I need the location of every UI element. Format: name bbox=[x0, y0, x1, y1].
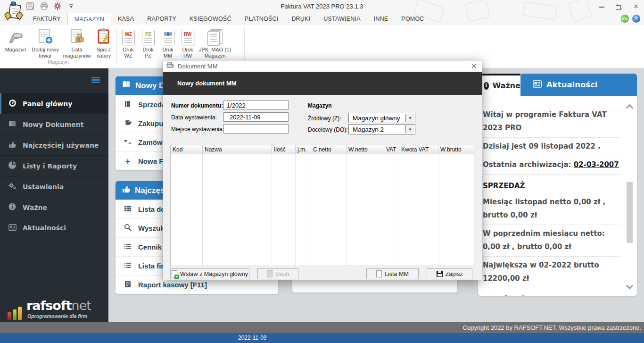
book-icon bbox=[123, 100, 132, 109]
table-header-row[interactable]: Kod Nazwa Ilość j.m. C.netto W.netto VAT… bbox=[171, 145, 474, 154]
column-header-kwota-vat: Kwota VAT bbox=[399, 145, 438, 154]
zrodlowy-select[interactable]: Magazyn główny ▼ bbox=[348, 113, 415, 123]
ribbon-item-druk-mm[interactable]: MM DrukMM bbox=[158, 27, 177, 59]
info-line: Ostatnia archiwizacja: 02-03-2007 bbox=[483, 156, 620, 175]
ribbon-item-druk-wz[interactable]: WZ DrukWZ bbox=[119, 27, 138, 59]
ribbon-separator bbox=[116, 27, 117, 64]
column-header-cnetto: C.netto bbox=[311, 145, 347, 154]
archive-date-link[interactable]: 02-03-2007 bbox=[574, 160, 619, 169]
chevron-down-icon[interactable]: ▼ bbox=[405, 125, 414, 134]
ribbon-item-druk-rw[interactable]: RW DrukRW bbox=[178, 27, 197, 59]
sidebar-item-label: Aktualności bbox=[23, 224, 66, 232]
tab-wazne[interactable]: i Ważne bbox=[478, 74, 520, 96]
sidebar-item-aktualnosci[interactable]: Aktualności bbox=[0, 218, 108, 238]
sidebar-item-label: Ważne bbox=[23, 204, 47, 211]
close-window-button[interactable]: × bbox=[631, 3, 641, 10]
sidebar-item-wazne[interactable]: Ważne bbox=[0, 197, 108, 218]
pie-chart-icon bbox=[8, 161, 17, 170]
wazne-panel-text: Witaj w programie Faktura VAT 2023 PRO D… bbox=[483, 106, 620, 296]
hamburger-menu-icon[interactable] bbox=[91, 77, 100, 83]
table-body-empty[interactable] bbox=[171, 154, 474, 266]
info-icon: i bbox=[484, 82, 489, 90]
panel-scrollbar[interactable] bbox=[626, 102, 634, 289]
lista-mm-button[interactable]: Lista MM bbox=[366, 268, 419, 279]
logo-bars-icon bbox=[8, 307, 22, 320]
sidebar-item-najczesciej-uzywane[interactable]: Najczęściej używane bbox=[0, 134, 108, 155]
list-icon bbox=[123, 243, 132, 251]
tab-faktury[interactable]: FAKTURY bbox=[26, 13, 67, 25]
zapisz-button[interactable]: Zapisz bbox=[427, 268, 472, 279]
newspaper-icon bbox=[533, 80, 542, 90]
column-header-kod: Kod bbox=[171, 145, 203, 154]
save-floppy-icon bbox=[437, 271, 443, 277]
close-icon[interactable]: ✕ bbox=[471, 62, 477, 71]
docelowy-select[interactable]: Magazyn 2 ▼ bbox=[348, 124, 415, 134]
ribbon-item-spis-z-natury[interactable]: Spis znatury bbox=[91, 27, 116, 59]
print-icon[interactable] bbox=[39, 2, 49, 10]
miejsce-wystawienia-label: Miejsce wystawienia: bbox=[171, 126, 224, 133]
window-controls: × bbox=[597, 3, 641, 10]
ribbon-item-lista-magazynow[interactable]: Listamagazynów bbox=[62, 27, 92, 59]
status-bar: 2022-11-09 bbox=[0, 333, 644, 343]
tab-pomoc[interactable]: POMOC bbox=[395, 13, 430, 25]
ribbon-item-druk-pz[interactable]: PZ DrukPZ bbox=[139, 27, 157, 59]
miejsce-wystawienia-input[interactable] bbox=[223, 124, 289, 134]
usun-button[interactable]: Usuń bbox=[257, 268, 298, 279]
ribbon-item-jpk-mag[interactable]: JPK_MAG (1)Magazyn bbox=[198, 27, 232, 59]
logo-brand-bold: rafsoft bbox=[26, 298, 72, 313]
dialog-titlebar[interactable]: Dokument MM ✕ bbox=[163, 60, 482, 72]
copyright-bar: Copyright 2022 by RAFSOFT.NET. Wszystkie… bbox=[0, 322, 644, 333]
tab-inne[interactable]: INNE bbox=[367, 13, 395, 25]
tab-ksiegowosc[interactable]: KSIĘGOWOŚĆ bbox=[183, 13, 238, 25]
items-table: Kod Nazwa Ilość j.m. C.netto W.netto VAT… bbox=[170, 145, 474, 266]
wstaw-z-magazynu-button[interactable]: Wstaw z Magazyn główny bbox=[170, 268, 249, 279]
barcode-scanner-icon bbox=[2, 27, 29, 45]
ribbon-separator bbox=[244, 27, 245, 64]
tab-ustawienia[interactable]: USTAWIENIA bbox=[317, 13, 367, 25]
tab-kasa[interactable]: KASA bbox=[111, 13, 140, 25]
chevron-down-icon[interactable]: ▼ bbox=[405, 114, 414, 122]
app-logo-icon[interactable] bbox=[3, 1, 25, 25]
tab-druki[interactable]: DRUKI bbox=[285, 13, 317, 25]
data-wystawienia-input[interactable] bbox=[223, 112, 289, 122]
customize-toolbar-icon[interactable] bbox=[66, 2, 76, 10]
book-icon bbox=[122, 81, 131, 91]
delete-doc-icon bbox=[267, 270, 272, 277]
settings-gear-icon[interactable] bbox=[53, 2, 62, 10]
minimize-button[interactable] bbox=[597, 3, 607, 10]
sidebar-item-listy-i-raporty[interactable]: Listy i Raporty bbox=[0, 155, 108, 176]
info-line: Miesiąc listopad netto 0,00 zł , brutto … bbox=[483, 193, 620, 225]
newspaper-icon bbox=[8, 224, 17, 232]
logo-tagline: Oprogramowanie dla firm bbox=[27, 313, 87, 319]
tab-aktualnosci[interactable]: Aktualności bbox=[520, 74, 637, 96]
online-status-icon[interactable]: ((•)) bbox=[621, 15, 629, 23]
sidebar-item-ustawienia[interactable]: Ustawienia bbox=[0, 176, 108, 197]
gears-icon bbox=[8, 182, 17, 191]
scrollbar-thumb[interactable] bbox=[627, 182, 633, 243]
ribbon-item-dodaj-nowy-towar[interactable]: Dodaj nowytowar bbox=[30, 27, 60, 59]
tab-raporty[interactable]: RAPORTY bbox=[140, 13, 183, 25]
zrodlowy-label: Źródłowy (Z): bbox=[308, 115, 341, 122]
numer-dokumentu-input[interactable] bbox=[223, 100, 289, 110]
ribbon-item-magazyn[interactable]: Magazyn bbox=[2, 27, 29, 53]
search-icon bbox=[123, 224, 132, 233]
sidebar-item-panel-glowny[interactable]: Panel główny bbox=[0, 93, 108, 114]
section-heading-naleznosci: NALEŻNOŚCI bbox=[483, 288, 620, 296]
doc-pz-icon: PZ bbox=[139, 27, 157, 45]
clipboard-pencil-icon bbox=[91, 27, 116, 45]
list-doc-icon bbox=[376, 270, 382, 277]
info-line: W poprzednim miesiącu netto: 0,00 zł , b… bbox=[483, 225, 620, 257]
status-orbs: ((•)) ? bbox=[621, 15, 640, 23]
scroll-down-icon[interactable] bbox=[626, 282, 634, 290]
restore-button[interactable] bbox=[614, 3, 624, 10]
save-icon[interactable] bbox=[25, 2, 35, 10]
scroll-up-icon[interactable] bbox=[626, 104, 634, 112]
sidebar-item-label: Nowy Dokument bbox=[23, 121, 84, 128]
rafsoft-logo[interactable]: rafsoftnet Oprogramowanie dla firm bbox=[0, 297, 108, 322]
help-icon[interactable]: ? bbox=[632, 15, 640, 23]
column-header-jm: j.m. bbox=[296, 145, 311, 154]
tab-platnosci[interactable]: PŁATNOŚCI bbox=[238, 13, 285, 25]
table-icon bbox=[123, 205, 132, 213]
sidebar-item-nowy-dokument[interactable]: Nowy Dokument bbox=[0, 114, 108, 134]
tab-magazyn[interactable]: MAGAZYN bbox=[67, 13, 111, 25]
